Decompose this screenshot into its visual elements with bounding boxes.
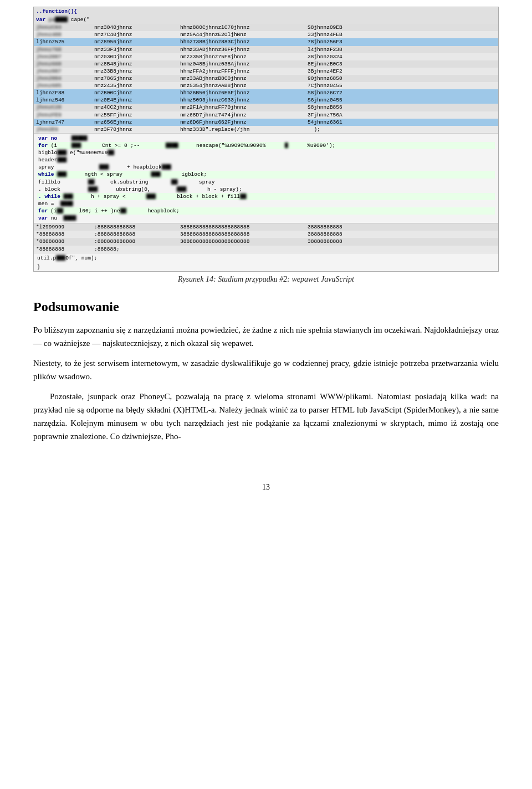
cell-c3: hhmz5093jhnnzC033jhnnz xyxy=(180,96,308,104)
cell-c1: jhnnz087 xyxy=(36,68,94,75)
code-logic-line: spray ███ + heapblock ███ xyxy=(37,164,495,171)
cell-c2: nmz4CC2jhnnz xyxy=(94,104,180,111)
data-row: *88888888 :888888888888 3888888888888888… xyxy=(34,231,498,238)
paragraph-3: Pozostałe, jsunpack oraz PhoneyC, pozwal… xyxy=(33,390,499,443)
code-header-var-rest: pa████ xyxy=(49,17,68,23)
cell-c4: S6jhnnz0455 xyxy=(308,96,374,104)
cell-c4: S8jhnnz09EB xyxy=(308,24,374,31)
cell-c1: ljhnnz546 xyxy=(36,96,94,104)
code-logic-line: . while ███ h + spray < ███ block + bloc… xyxy=(37,193,495,200)
table-row: jhnnz768 nmz33F3jhnnz nhmz33ADjhnnz36FFj… xyxy=(34,46,498,53)
data-row: *88888888 :888888; xyxy=(34,246,498,253)
data-row: *88888888 :888888888888 3888888888888888… xyxy=(34,238,498,245)
cell-c2: nmz55FFjhnnz xyxy=(94,111,180,119)
section-heading: Podsumowanie xyxy=(33,299,119,314)
cell-c3: nhmz33ADjhnnz36FFjhnnz xyxy=(180,46,308,53)
table-row: jhnnzFE9 nmz55FFjhnnz nmz68D7jhnnz7474jh… xyxy=(34,111,498,119)
cell-c4: 8EjhnnzB0C3 xyxy=(308,60,374,68)
cell-c4: 90jhnnz6850 xyxy=(308,75,374,82)
code-logic-line: header███ xyxy=(37,156,495,164)
cell-c4: ); xyxy=(308,126,374,133)
code-logic-line: bigblo███ e("%u9090%u9██ xyxy=(37,149,495,156)
table-row: jhnn2E6 nmz3F70jhnnz hhmz333D".replace(/… xyxy=(34,126,498,133)
cell-c2: nmz33F3jhnnz xyxy=(94,46,180,53)
code-logic-section: var no █████ for (i ███ Cnt >= 0 ;-- ███… xyxy=(34,133,498,223)
code-logic-line: fillblo ██ ck.substring ██ spray xyxy=(37,179,495,186)
code-header-right: cape(" xyxy=(71,17,90,23)
table-row: jhnnz685 nmz2435jhnnz nmz5354jhnnzAAB8jh… xyxy=(34,82,498,89)
cell-c1: jhnnz488 xyxy=(36,31,94,38)
table-row: jhnnz488 nmz7C40jhnnz nmz5A44jhnnzE2Oljh… xyxy=(34,31,498,38)
code-logic-line: var nu ████ xyxy=(37,215,495,222)
cell-c1: jhnn2E6 xyxy=(36,126,94,133)
table-row: jhnn2087 nmz030Djhnnz nmz3358jhnnz75F8jh… xyxy=(34,53,498,60)
cell-c4: l4jhnnzF238 xyxy=(308,46,374,53)
code-header-row2: var pa████ cape(" xyxy=(34,16,498,24)
cell-c4: S8jhnnzB856 xyxy=(308,104,374,111)
cell-c1: jhnnzC03 xyxy=(36,24,94,31)
cell-c2: nmz030Djhnnz xyxy=(94,53,180,60)
cell-c4: 54jhnnz6361 xyxy=(308,119,374,126)
cell-c4: 7Cjhnnz0455 xyxy=(308,82,374,89)
code-var-keyword: var xyxy=(36,17,45,23)
cell-c3: nmz5354jhnnzAAB8jhnnz xyxy=(180,82,308,89)
paragraph-1: Po bliższym zapoznaniu się z narzędziami… xyxy=(33,323,499,350)
cell-c3: hhmz333D".replace(/jhn xyxy=(180,126,308,133)
cell-c2: nmz7865jhnnz xyxy=(94,75,180,82)
cell-c3: hhmz880CjhnnzlC70jhnnz xyxy=(180,24,308,31)
cell-c3: nmz2FlAjhnnzFF70jhnnz xyxy=(180,104,308,111)
cell-c2: nmz7C40jhnnz xyxy=(94,31,180,38)
cell-c4: S8jhnnz6C72 xyxy=(308,89,374,96)
table-row: ljhnnz747 nmz656Ejhnnz nmz6D6Fjhnnz662Fj… xyxy=(34,119,498,126)
cell-c1: jhnnz685 xyxy=(36,82,94,89)
code-image-block: ..function(){ var pa████ cape(" jhnnzC03… xyxy=(33,7,499,272)
cell-c3: hnmz048Bjhnnz038Ajhnnz xyxy=(180,60,308,68)
cell-c3: nmz6D6Fjhnnz662Fjhnnz xyxy=(180,119,308,126)
table-row: ljhnnz525 nmz8956jhnnz hhnz738Bjhnnz883C… xyxy=(34,38,498,45)
table-row: jhnnz660 nmz8B48jhnnz hnmz048Bjhnnz038Aj… xyxy=(34,60,498,68)
cell-c4: 78jhnnz56F3 xyxy=(308,38,374,45)
code-logic-line: men = ████ xyxy=(37,200,495,207)
cell-c3: nmz33ABjhnnzB8C0jhnnz xyxy=(180,75,308,82)
cell-c1: jhnn2884 xyxy=(36,75,94,82)
cell-c2: nmz656Ejhnnz xyxy=(94,119,180,126)
cell-c3: nmz5A44jhnnzE2OljhNnz xyxy=(180,31,308,38)
cell-c1: ljhnnzF88 xyxy=(36,89,94,96)
cell-c2: nmz0E4Ejhnnz xyxy=(94,96,180,104)
code-logic-line: . block ███ ubstring(0, ███ h - spray); xyxy=(37,186,495,193)
table-row: jhnn2884 nmz7865jhnnz nmz33ABjhnnzB8C0jh… xyxy=(34,75,498,82)
code-footer: util.p███Of", num); xyxy=(34,253,498,263)
code-logic-line: while ███ ngth < spray ███ igblock; xyxy=(37,171,495,178)
page-number: 13 xyxy=(33,472,499,503)
code-function-keyword: ..function(){ xyxy=(36,8,77,15)
code-logic-line: for (i ███ Cnt >= 0 ;-- ████ nescape("%u… xyxy=(37,142,495,149)
code-closing-brace: } xyxy=(34,263,498,271)
cell-c3: nmz3358jhnnz75F8jhnnz xyxy=(180,53,308,60)
code-header-row1: ..function(){ xyxy=(34,7,498,16)
cell-c2: nmz3040jhnnz xyxy=(94,24,180,31)
cell-c1: jhnnz660 xyxy=(36,60,94,68)
code-logic-line: var no █████ xyxy=(37,135,495,142)
cell-c1: jhnnzFE9 xyxy=(36,111,94,119)
cell-c1: jhnn2087 xyxy=(36,53,94,60)
cell-c1: jhnnzC28 xyxy=(36,104,94,111)
table-row: ljhnnz546 nmz0E4Ejhnnz hhmz5093jhnnzC033… xyxy=(34,96,498,104)
cell-c2: nmzB00Cjhnnz xyxy=(94,89,180,96)
code-data-rows: *l2999999 :888888888888 3888888888888888… xyxy=(34,223,498,252)
data-row: *l2999999 :888888888888 3888888888888888… xyxy=(34,223,498,231)
cell-c1: jhnnz768 xyxy=(36,46,94,53)
cell-c2: nmz2435jhnnz xyxy=(94,82,180,89)
cell-c3: nmz68D7jhnnz7474jhnnz xyxy=(180,111,308,119)
table-row: ljhnnzF88 nmzB00Cjhnnz hhmz6B50jhnnz6E6F… xyxy=(34,89,498,96)
figure-caption: Rysunek 14: Studium przypadku #2: wepawe… xyxy=(178,275,354,284)
code-data-table: jhnnzC03 nmz3040jhnnz hhmz880CjhnnzlC70j… xyxy=(34,24,498,133)
table-row: jhnnz087 nmz33B8jhnnz hhmzFFA2jhnnzFFFFj… xyxy=(34,68,498,75)
cell-c3: hhmz6B50jhnnz6E6Fjhnnz xyxy=(180,89,308,96)
table-row: jhnnzC28 nmz4CC2jhnnz nmz2FlAjhnnzFF70jh… xyxy=(34,104,498,111)
cell-c2: nmz33B8jhnnz xyxy=(94,68,180,75)
cell-c1: ljhnnz525 xyxy=(36,38,94,45)
cell-c3: hhmzFFA2jhnnzFFFFjhnnz xyxy=(180,68,308,75)
cell-c3: hhnz738Bjhnnz883Cjhnnz xyxy=(180,38,308,45)
cell-c2: nmz8956jhnnz xyxy=(94,38,180,45)
cell-c4: 38jhnnz0324 xyxy=(308,53,374,60)
